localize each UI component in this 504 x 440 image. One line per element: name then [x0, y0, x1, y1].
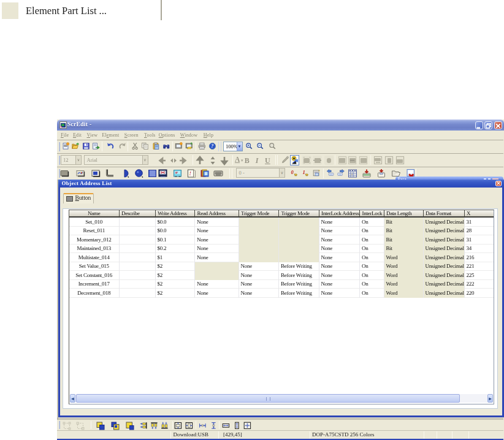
svg-text:0: 0 [291, 169, 294, 175]
svg-text:!: ! [189, 170, 192, 176]
svg-text:?: ? [211, 143, 213, 148]
